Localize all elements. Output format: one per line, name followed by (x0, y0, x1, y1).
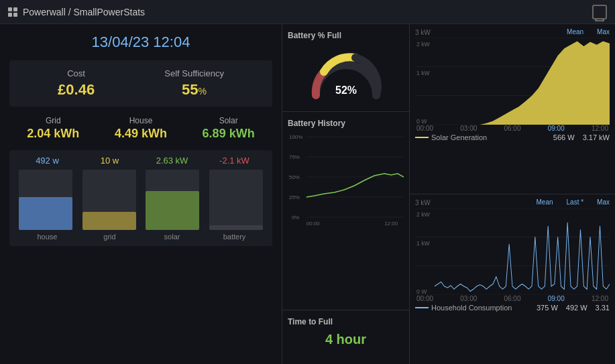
grid-icon (8, 7, 17, 17)
svg-text:25%: 25% (289, 194, 300, 200)
battery-gauge-svg: 52% (306, 48, 386, 102)
solar-chart-area: 2 kW 1 kW 0 W (415, 38, 610, 125)
svg-text:2 kW: 2 kW (416, 211, 430, 219)
battery-bar-fill (209, 225, 263, 230)
gauge-container: 52% (288, 46, 404, 105)
consumption-legend-left: Household Consumption (415, 304, 512, 312)
house-kwh-value: 4.49 kWh (115, 127, 167, 141)
svg-text:52%: 52% (335, 84, 356, 96)
app-container: Powerwall / SmallPowerStats 13/04/23 12:… (0, 0, 615, 364)
cost-label: Cost (58, 68, 95, 78)
right-panel: 3 kW Mean Max 2 kW 1 kW (409, 24, 615, 364)
svg-text:1 kW: 1 kW (416, 240, 430, 247)
solar-power-label: 2.63 kW (146, 156, 199, 166)
house-bar-fill (19, 197, 72, 231)
grid-bar-name: grid (83, 233, 137, 241)
datetime-display: 13/04/23 12:04 (9, 31, 272, 54)
main-content: 13/04/23 12:04 Cost £0.46 Self Sufficien… (0, 24, 615, 364)
svg-marker-20 (435, 41, 610, 125)
self-sufficiency-label: Self Sufficiency (164, 68, 224, 78)
cost-value: £0.46 (58, 81, 95, 99)
battery-power-label: -2.1 kW (208, 156, 262, 166)
svg-text:1 kW: 1 kW (416, 70, 430, 77)
house-power-value: 492 w (21, 156, 74, 166)
stats-row: Cost £0.46 Self Sufficiency 55% (9, 60, 272, 107)
top-bar-left: Powerwall / SmallPowerStats (8, 7, 145, 17)
house-power-label: 492 w (21, 156, 74, 166)
solar-legend-left: Solar Generation (415, 133, 487, 141)
battery-full-title: Battery % Full (288, 31, 404, 40)
svg-text:100%: 100% (289, 134, 302, 140)
grid-kwh-value: 2.04 kWh (27, 127, 79, 141)
svg-text:12:00: 12:00 (384, 221, 398, 227)
grid-power-value: 10 w (83, 156, 137, 166)
consumption-y-top: 3 kW (415, 199, 431, 206)
solar-legend-label: Solar Generation (431, 133, 487, 141)
svg-text:75%: 75% (289, 154, 300, 160)
battery-bar-name: battery (208, 233, 262, 241)
grid-label: Grid (27, 116, 79, 125)
solar-max-value: 3.17 kW (583, 133, 610, 141)
grid-power-label: 10 w (83, 156, 137, 166)
self-sufficiency-stat: Self Sufficiency 55% (164, 68, 224, 99)
battery-history-title: Battery History (288, 119, 404, 128)
mean-max-row-solar: Mean Max (567, 28, 610, 36)
house-kwh: House 4.49 kWh (115, 116, 167, 141)
solar-power-value: 2.63 kW (146, 156, 199, 166)
history-chart-area: 100% 75% 50% 25% 0% 00: (288, 133, 404, 227)
svg-text:00:00: 00:00 (306, 221, 320, 227)
time-to-full-title: Time to Full (288, 317, 404, 326)
grid-bar (82, 170, 136, 230)
battery-full-section: Battery % Full 52% (282, 24, 409, 112)
consumption-last-value: 492 W (566, 304, 588, 312)
bars-container (16, 170, 266, 230)
solar-kwh: Solar 6.89 kWh (203, 116, 255, 141)
consumption-chart-area: 2 kW 1 kW 0 W (415, 208, 610, 295)
svg-text:0%: 0% (292, 215, 299, 221)
solar-label: Solar (203, 116, 255, 125)
top-bar: Powerwall / SmallPowerStats (0, 0, 615, 24)
solar-legend-line (415, 137, 429, 138)
consumption-legend-line (415, 307, 429, 308)
app-title: Powerwall / SmallPowerStats (23, 7, 145, 17)
solar-bar (146, 170, 199, 230)
cost-stat: Cost £0.46 (58, 68, 95, 99)
power-bars-section: 492 w 10 w 2.63 kW -2.1 kW (9, 150, 272, 246)
power-labels-row: 492 w 10 w 2.63 kW -2.1 kW (16, 156, 266, 166)
battery-history-svg: 100% 75% 50% 25% 0% 00: (288, 133, 404, 227)
svg-text:0 W: 0 W (416, 117, 427, 125)
mean-max-row-consumption: Mean Last * Max (537, 198, 610, 206)
svg-text:2 kW: 2 kW (416, 41, 430, 48)
solar-bar-fill (146, 191, 199, 231)
house-bar (19, 170, 72, 230)
kwh-row: Grid 2.04 kWh House 4.49 kWh Solar 6.89 … (9, 113, 272, 143)
consumption-max-value: 3.31 (596, 304, 610, 312)
house-label: House (115, 116, 167, 125)
left-panel: 13/04/23 12:04 Cost £0.46 Self Sufficien… (0, 24, 282, 364)
solar-bar-name: solar (146, 233, 199, 241)
battery-bar (209, 170, 263, 230)
bar-names-row: house grid solar battery (16, 233, 266, 241)
time-to-full-section: Time to Full 4 hour (282, 310, 409, 364)
solar-legend-stats: 566 W 3.17 kW (553, 133, 610, 141)
monitor-icon[interactable] (592, 5, 607, 19)
time-to-full-value: 4 hour (288, 332, 404, 347)
consumption-mean-value: 375 W (537, 304, 558, 312)
house-bar-name: house (21, 233, 74, 241)
grid-kwh: Grid 2.04 kWh (27, 116, 79, 141)
solar-chart-y-top: 3 kW (415, 29, 431, 36)
self-sufficiency-value: 55% (164, 81, 224, 99)
consumption-legend-label: Household Consumption (431, 304, 512, 312)
grid-bar-fill (82, 212, 136, 230)
solar-mean-value: 566 W (553, 133, 575, 141)
consumption-chart-legend: Household Consumption 375 W 492 W 3.31 (415, 304, 610, 312)
consumption-chart-section: 3 kW Mean Last * Max 2 kW 1 kW (410, 194, 615, 364)
battery-history-section: Battery History 100% 75% 50% 25% 0% (282, 112, 409, 310)
solar-chart-section: 3 kW Mean Max 2 kW 1 kW (410, 24, 615, 194)
battery-power-value: -2.1 kW (208, 156, 262, 166)
solar-chart-svg: 2 kW 1 kW 0 W (415, 38, 610, 125)
svg-text:50%: 50% (289, 174, 300, 180)
svg-text:0 W: 0 W (416, 288, 427, 295)
consumption-x-labels: 00:00 03:00 06:00 09:00 12:00 (415, 295, 610, 302)
consumption-legend-stats: 375 W 492 W 3.31 (537, 304, 610, 312)
